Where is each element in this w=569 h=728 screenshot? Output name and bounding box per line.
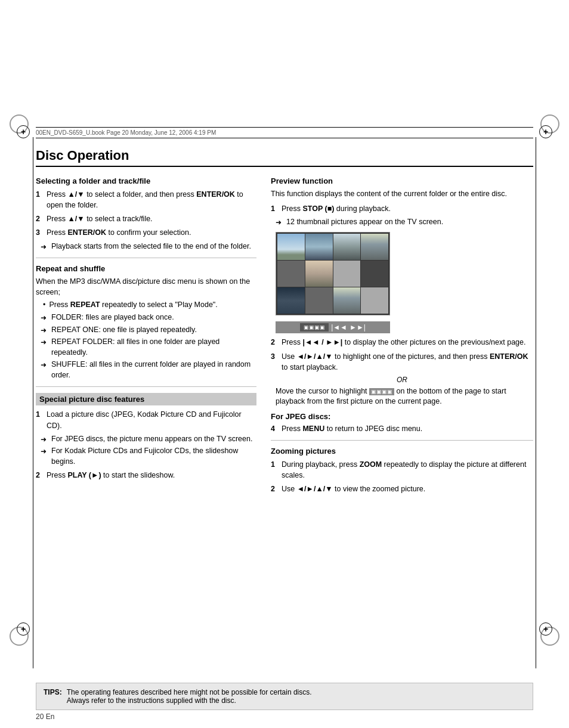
preview-step-3: 3 Use ◄/►/▲/▼ to highlight one of the pi… (271, 351, 533, 373)
or-divider: OR (271, 376, 533, 384)
sep-right-1 (271, 440, 533, 441)
jpeg-discs-section: For JPEG discs: 4 Press MENU to return t… (271, 412, 533, 434)
preview-steps-1: 1 Press STOP (■) during playback. (271, 203, 533, 214)
arrow-kodak-slideshow: ➜ For Kodak Picture CDs and Fujicolor CD… (36, 446, 256, 467)
special-step-2: 2 Press PLAY (►) to start the slideshow. (36, 470, 256, 481)
side-line-left (33, 137, 33, 668)
special-steps-list-2: 2 Press PLAY (►) to start the slideshow. (36, 470, 256, 481)
jpeg-steps: 4 Press MENU to return to JPEG disc menu… (271, 423, 533, 434)
preview-image-area: ▣▣▣▣ |◄◄ ►►| (276, 232, 533, 333)
thumb-3 (333, 234, 361, 260)
arrow-repeat-folder: ➜ REPEAT FOLDER: all files in one folder… (36, 337, 256, 358)
step-3-selecting: 3 Press ENTER/OK to confirm your selecti… (36, 227, 256, 238)
section-zooming: Zooming pictures 1 During playback, pres… (271, 447, 533, 494)
repeat-intro: When the MP3 disc/WMA disc/picture disc … (36, 277, 256, 298)
tips-text: The operating features described here mi… (67, 688, 312, 705)
arrow-jpeg-menu: ➜ For JPEG discs, the picture menu appea… (36, 434, 256, 445)
zoom-step-2: 2 Use ◄/►/▲/▼ to view the zoomed picture… (271, 484, 533, 494)
section-preview: Preview function This function displays … (271, 176, 533, 434)
reg-mark-bl (17, 622, 30, 636)
page-container: 00EN_DVD-S659_U.book Page 20 Monday, Jun… (0, 0, 569, 728)
thumb-4 (361, 234, 388, 260)
reg-mark-tl (17, 125, 30, 138)
section-heading-zooming: Zooming pictures (271, 447, 533, 456)
preview-intro: This function displays the content of th… (271, 189, 533, 200)
step-1-selecting: 1 Press ▲/▼ to select a folder, and then… (36, 189, 256, 210)
thumb-1 (277, 234, 305, 260)
zoom-steps: 1 During playback, press ZOOM repeatedly… (271, 459, 533, 494)
thumb-6 (305, 261, 333, 287)
thumb-10 (305, 287, 333, 314)
arrow-shuffle: ➜ SHUFFLE: all files in the current fold… (36, 360, 256, 380)
page-title: Disc Operation (36, 148, 533, 163)
preview-controls-bar: ▣▣▣▣ |◄◄ ►►| (276, 321, 390, 333)
section-heading-preview: Preview function (271, 176, 533, 185)
side-line-right (536, 137, 536, 668)
page-title-section: Disc Operation (36, 148, 533, 167)
section-heading-selecting: Selecting a folder and track/file (36, 176, 256, 185)
section-repeat-shuffle: Repeat and shuffle When the MP3 disc/WMA… (36, 264, 256, 380)
thumb-9 (277, 287, 305, 314)
jpeg-step-4: 4 Press MENU to return to JPEG disc menu… (271, 423, 533, 434)
repeat-bullet: • Press REPEAT repeatedly to select a "P… (36, 300, 256, 311)
reg-mark-br (539, 622, 552, 636)
arrow-12-thumbnails: ➜ 12 thumbnail pictures appear on the TV… (271, 217, 533, 228)
thumb-11 (333, 287, 361, 314)
section-heading-repeat: Repeat and shuffle (36, 264, 256, 273)
preview-ctrl-next: ►►| (350, 323, 366, 332)
page-number: 20 En (36, 712, 54, 721)
thumb-12 (361, 287, 388, 314)
preview-ctrl-squares: ▣▣▣▣ (300, 323, 329, 332)
preview-thumbnail-grid (276, 232, 390, 315)
move-cursor-text: Move the cursor to highlight ▣▣▣▣ on the… (271, 386, 533, 407)
special-step-1: 1 Load a picture disc (JPEG, Kodak Pictu… (36, 409, 256, 430)
tips-box: TIPS: The operating features described h… (36, 683, 533, 710)
arrow-playback-starts: ➜ Playback starts from the selected file… (36, 241, 256, 252)
tips-label: TIPS: (44, 688, 62, 705)
thumb-5 (277, 261, 305, 287)
two-column-layout: Selecting a folder and track/file 1 Pres… (36, 176, 533, 497)
section-special-picture: Special picture disc features 1 Load a p… (36, 393, 256, 481)
preview-ctrl-prev: |◄◄ (331, 323, 347, 332)
section-selecting-folder: Selecting a folder and track/file 1 Pres… (36, 176, 256, 252)
step-2-selecting: 2 Press ▲/▼ to select a track/file. (36, 213, 256, 224)
selecting-steps-list: 1 Press ▲/▼ to select a folder, and then… (36, 189, 256, 238)
section-heading-special: Special picture disc features (36, 393, 256, 405)
special-steps-list: 1 Load a picture disc (JPEG, Kodak Pictu… (36, 409, 256, 430)
thumb-2 (305, 234, 333, 260)
reg-mark-tr (539, 125, 552, 138)
zoom-step-1: 1 During playback, press ZOOM repeatedly… (271, 459, 533, 481)
thumb-8 (361, 261, 388, 287)
file-info-bar: 00EN_DVD-S659_U.book Page 20 Monday, Jun… (36, 127, 533, 138)
sep-2 (36, 386, 256, 387)
preview-steps-2: 2 Press |◄◄ / ►►| to display the other p… (271, 337, 533, 372)
arrow-repeat-one: ➜ REPEAT ONE: one file is played repeate… (36, 325, 256, 336)
jpeg-discs-heading: For JPEG discs: (271, 412, 533, 421)
content-area: Disc Operation Selecting a folder and tr… (36, 148, 533, 668)
sep-1 (36, 258, 256, 258)
arrow-folder: ➜ FOLDER: files are played back once. (36, 312, 256, 323)
thumb-7 (333, 261, 361, 287)
left-column: Selecting a folder and track/file 1 Pres… (36, 176, 256, 497)
right-column: Preview function This function displays … (271, 176, 533, 497)
preview-step-1: 1 Press STOP (■) during playback. (271, 203, 533, 214)
preview-step-2: 2 Press |◄◄ / ►►| to display the other p… (271, 337, 533, 348)
file-info-text: 00EN_DVD-S659_U.book Page 20 Monday, Jun… (36, 129, 216, 136)
